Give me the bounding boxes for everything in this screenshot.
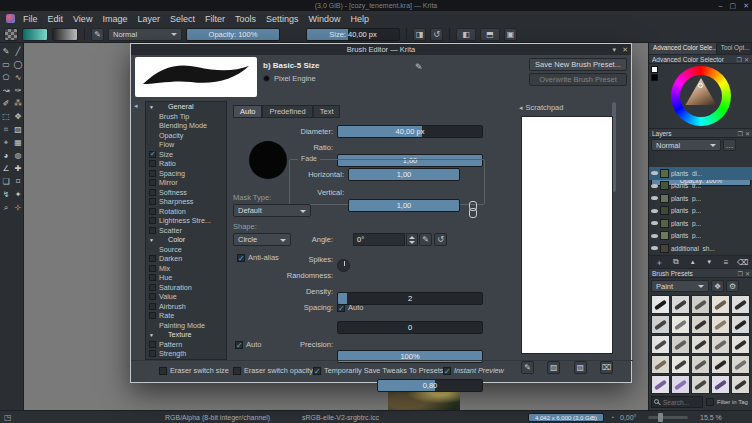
edit-preset-icon[interactable]: ✎ — [415, 62, 423, 72]
brush-option-row[interactable]: Rate — [146, 311, 226, 321]
add-layer-button[interactable]: ＋ — [653, 256, 666, 269]
close-docker-icon[interactable]: ✕ — [745, 130, 750, 137]
angle-spinner[interactable] — [406, 233, 418, 246]
tool-button[interactable]: ↝ — [0, 84, 12, 97]
black-swatch[interactable] — [651, 74, 658, 81]
collapse-list-icon[interactable]: ◂ — [134, 102, 138, 110]
delete-layer-button[interactable]: ⌫ — [736, 256, 749, 269]
brush-preset-item[interactable] — [731, 295, 750, 314]
maximize-button[interactable]: ▢ — [730, 2, 737, 10]
diameter-slider[interactable]: 40,00 px — [337, 125, 483, 138]
menu-item[interactable]: Window — [303, 14, 345, 24]
blending-mode-select[interactable]: Normal — [108, 28, 182, 41]
brush-option-row[interactable]: Scatter — [146, 226, 226, 236]
layer-visibility-icon[interactable] — [651, 184, 658, 188]
brush-option-row[interactable]: Size — [146, 150, 226, 160]
brush-preset-item[interactable] — [711, 355, 730, 374]
brush-preset-item[interactable] — [691, 375, 710, 394]
tool-button[interactable]: ✐ — [0, 97, 12, 110]
spacing-auto-checkbox[interactable] — [337, 304, 345, 312]
tool-button[interactable]: ✚ — [12, 162, 24, 175]
layer-blend-select[interactable]: Normal — [651, 139, 721, 151]
layer-row[interactable]: plants_p... — [649, 230, 752, 243]
scratchpad-fill-button[interactable]: ▧ — [574, 361, 587, 374]
canvas-rotation-icon[interactable]: ◔ — [610, 414, 614, 421]
tool-button[interactable]: ✥ — [12, 110, 24, 123]
brush-size-slider[interactable]: Size: 40,00 px — [306, 28, 400, 41]
option-checkbox[interactable] — [149, 284, 156, 291]
zoom-slider[interactable] — [648, 416, 688, 419]
float-docker-icon[interactable]: ❐ — [738, 270, 743, 277]
layer-row[interactable]: plants_p... — [649, 205, 752, 218]
brush-option-row[interactable]: Blending Mode — [146, 121, 226, 131]
brush-preset-item[interactable] — [651, 355, 670, 374]
layer-visibility-icon[interactable] — [651, 196, 658, 200]
tool-button[interactable]: ╱ — [12, 45, 24, 58]
brush-option-row[interactable]: Spacing — [146, 169, 226, 179]
zoom-slider-thumb[interactable] — [658, 413, 663, 422]
mask-type-select[interactable]: Default — [233, 204, 311, 217]
eraser-mode-icon[interactable]: ◨ — [413, 28, 426, 41]
tool-button[interactable]: ❏ — [0, 175, 12, 188]
brush-preset-item[interactable] — [731, 375, 750, 394]
brush-preset-item[interactable] — [651, 315, 670, 334]
menu-item[interactable]: Layer — [132, 14, 165, 24]
option-checkbox[interactable] — [149, 274, 156, 281]
option-checkbox[interactable] — [149, 189, 156, 196]
option-checkbox[interactable] — [149, 198, 156, 205]
mirror-vertical-icon[interactable]: ⬒ — [480, 28, 500, 41]
selection-status-icon[interactable]: ◳ — [4, 413, 12, 422]
brush-preset-item[interactable] — [711, 315, 730, 334]
save-new-preset-button[interactable]: Save New Brush Preset... — [529, 58, 627, 71]
brush-option-row[interactable]: Sharpness — [146, 197, 226, 207]
brush-option-row[interactable]: Strength — [146, 349, 226, 359]
preset-settings-icon[interactable]: ⚙ — [726, 280, 739, 292]
option-checkbox[interactable] — [149, 312, 156, 319]
reload-preset-icon[interactable]: ↺ — [430, 28, 443, 41]
angle-reset-button[interactable]: ↺ — [434, 233, 447, 246]
tool-button[interactable]: ⬚ — [0, 110, 12, 123]
brush-option-row[interactable]: Opacity — [146, 131, 226, 141]
docker-tab[interactable]: Advanced Color Sele... — [649, 43, 717, 54]
brush-option-row[interactable]: Hue — [146, 273, 226, 283]
brush-preset-item[interactable] — [691, 315, 710, 334]
close-docker-icon[interactable]: ✕ — [744, 56, 749, 63]
spacing-slider[interactable]: 0,80 — [377, 379, 483, 392]
brush-preset-item[interactable] — [731, 355, 750, 374]
scratchpad-clear-button[interactable]: ⌧ — [600, 361, 613, 374]
brush-preset-item[interactable] — [671, 355, 690, 374]
option-checkbox[interactable] — [149, 151, 156, 158]
option-checkbox[interactable] — [149, 227, 156, 234]
menu-item[interactable]: File — [18, 14, 43, 24]
brush-preset-button[interactable]: ✎ — [91, 28, 104, 41]
tool-button[interactable]: ∠ — [0, 162, 12, 175]
brush-option-row[interactable]: General — [146, 102, 226, 112]
brush-preset-item[interactable] — [711, 375, 730, 394]
scratchpad-collapse-icon[interactable]: ◂ — [519, 104, 523, 112]
close-docker-icon[interactable]: ✕ — [745, 270, 750, 277]
brush-option-row[interactable]: Ratio — [146, 159, 226, 169]
menu-item[interactable]: Settings — [261, 14, 304, 24]
tool-button[interactable]: ∿ — [12, 71, 24, 84]
angle-value-box[interactable]: 0° — [353, 233, 405, 246]
brush-preset-item[interactable] — [691, 355, 710, 374]
menu-item[interactable]: Filter — [200, 14, 230, 24]
brush-tip-tab[interactable]: Auto — [233, 105, 262, 118]
tool-button[interactable]: ▭ — [0, 58, 12, 71]
scratchpad-gradient-button[interactable]: ▨ — [547, 361, 560, 374]
option-checkbox[interactable] — [149, 303, 156, 310]
tool-button[interactable]: ◯ — [12, 58, 24, 71]
layer-visibility-icon[interactable] — [651, 246, 658, 250]
brush-option-row[interactable]: Painting Mode — [146, 321, 226, 331]
brush-preset-item[interactable] — [651, 295, 670, 314]
option-checkbox[interactable] — [149, 208, 156, 215]
brush-option-row[interactable]: Softness — [146, 188, 226, 198]
brush-preset-item[interactable] — [671, 295, 690, 314]
menu-item[interactable]: Edit — [43, 14, 69, 24]
tool-button[interactable]: ⬠ — [0, 71, 12, 84]
memory-size-widget[interactable]: 4,042 x 6,000 (3,0 GiB) — [528, 413, 604, 422]
move-layer-down-button[interactable]: ▼ — [703, 256, 716, 269]
brush-preset-item[interactable] — [691, 335, 710, 354]
option-checkbox[interactable] — [149, 265, 156, 272]
angle-edit-button[interactable]: ✎ — [419, 233, 432, 246]
